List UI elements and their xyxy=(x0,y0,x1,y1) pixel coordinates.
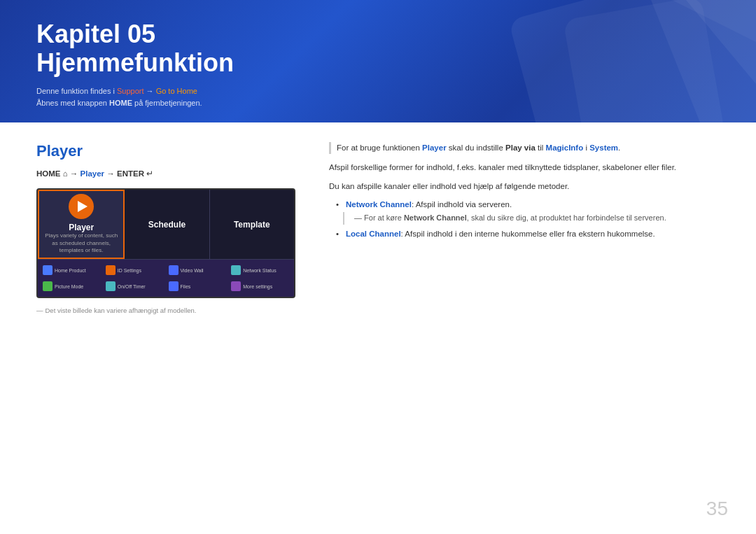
grid-item-network-status: Network Status xyxy=(229,262,291,278)
menu-item-player[interactable]: Player Plays variety of content, such as… xyxy=(38,190,125,259)
svg-marker-2 xyxy=(672,0,756,42)
svg-marker-0 xyxy=(651,0,756,122)
tv-screen-mockup: Player Plays variety of content, such as… xyxy=(36,188,295,298)
header-opens-pre: Åbnes med knappen xyxy=(36,99,109,107)
intro-to: til xyxy=(536,143,546,152)
more-settings-icon xyxy=(231,281,241,291)
intro-pre: For at bruge funktionen xyxy=(337,143,422,152)
intro-player: Player xyxy=(422,143,447,152)
right-column: For at bruge funktionen Player skal du i… xyxy=(315,122,756,534)
grid-label-on-off-timer: On/Off Timer xyxy=(118,284,146,289)
desc-text-1: Afspil forskellige former for indhold, f… xyxy=(329,161,728,174)
grid-item-files: Files xyxy=(167,279,229,294)
content-area: Player HOME ⌂ → Player → ENTER ↵ Player … xyxy=(0,122,756,534)
left-column: Player HOME ⌂ → Player → ENTER ↵ Player … xyxy=(0,122,315,534)
grid-label-more-settings: More settings xyxy=(243,284,272,289)
header-text-block: Kapitel 05 Hjemmefunktion xyxy=(36,20,234,78)
nav-breadcrumb: HOME ⌂ → Player → ENTER ↵ xyxy=(36,169,294,178)
grid-label-files: Files xyxy=(181,284,191,289)
intro-playvia: Play via xyxy=(505,143,536,152)
bullet-local-text: : Afspil indhold i den interne hukommels… xyxy=(401,230,655,238)
tv-bottom-grid: Home Product ID Settings Video Wall Netw… xyxy=(38,260,294,297)
header-home-bold: HOME xyxy=(109,99,132,107)
breadcrumb-arrow1: → xyxy=(70,169,80,178)
bullet-local-channel: Local Channel: Afspil indhold i den inte… xyxy=(336,227,728,240)
bullet-network-label: Network Channel xyxy=(346,200,412,209)
chapter-title: Hjemmefunktion xyxy=(36,48,234,77)
breadcrumb-home: HOME xyxy=(36,169,61,178)
grid-item-home-product: Home Product xyxy=(41,262,103,278)
network-channel-note: ― For at køre Network Channel, skal du s… xyxy=(343,212,728,225)
grid-item-id-settings: ID Settings xyxy=(104,262,166,278)
menu-player-label: Player xyxy=(69,223,94,232)
breadcrumb-arrow2: → xyxy=(106,169,115,178)
svg-marker-1 xyxy=(686,0,756,84)
menu-template-label: Template xyxy=(234,220,270,230)
grid-label-network-status: Network Status xyxy=(243,268,276,273)
play-triangle xyxy=(78,201,88,212)
caption-text-content: Det viste billede kan variere afhængigt … xyxy=(46,307,197,314)
image-caption: ―Det viste billede kan variere afhængigt… xyxy=(36,307,294,314)
header-info-pre: Denne funktion findes i xyxy=(36,87,117,95)
grid-item-on-off-timer: On/Off Timer xyxy=(104,279,166,294)
grid-item-picture-mode: Picture Mode xyxy=(41,279,103,294)
grid-label-video-wall: Video Wall xyxy=(181,268,204,273)
breadcrumb-enter-bold: ENTER xyxy=(117,169,144,178)
breadcrumb-home-icon: ⌂ xyxy=(63,169,68,178)
intro-mid: skal du indstille xyxy=(447,143,505,152)
chapter-number: Kapitel 05 xyxy=(36,20,234,48)
files-icon xyxy=(169,281,178,291)
grid-label-id-settings: ID Settings xyxy=(118,268,141,273)
section-title: Player xyxy=(36,142,294,160)
breadcrumb-player: Player xyxy=(80,169,105,178)
grid-label-picture-mode: Picture Mode xyxy=(55,284,83,289)
bullet-network-channel: Network Channel: Afspil indhold via serv… xyxy=(336,198,728,225)
intro-system: System xyxy=(589,143,618,152)
menu-player-sublabel: Plays variety of content, such as schedu… xyxy=(39,232,123,254)
picture-mode-icon xyxy=(43,281,52,291)
decorative-shapes xyxy=(546,0,756,122)
header-arrow1: → xyxy=(144,87,156,95)
page-number: 35 xyxy=(706,498,728,520)
grid-label-home-product: Home Product xyxy=(55,268,86,273)
intro-i: i xyxy=(583,143,589,152)
video-wall-icon xyxy=(169,265,178,275)
bullet-network-text: : Afspil indhold via serveren. xyxy=(412,200,512,209)
bullet-local-label: Local Channel xyxy=(346,230,401,238)
home-product-icon xyxy=(43,265,52,275)
desc-text-2: Du kan afspille kanaler eller indhold ve… xyxy=(329,180,728,192)
menu-item-template[interactable]: Template xyxy=(210,190,294,259)
grid-item-video-wall: Video Wall xyxy=(167,262,229,278)
header-opens-end: på fjernbetjeningen. xyxy=(132,99,202,107)
menu-item-schedule[interactable]: Schedule xyxy=(125,190,209,259)
intro-end: . xyxy=(618,143,620,152)
header-banner: Kapitel 05 Hjemmefunktion Denne funktion… xyxy=(0,0,756,122)
network-status-icon xyxy=(231,265,241,275)
header-info-line2: Åbnes med knappen HOME på fjernbetjening… xyxy=(36,97,202,109)
breadcrumb-enter-icon: ↵ xyxy=(146,169,153,178)
header-info-line1: Denne funktion findes i Support → Go to … xyxy=(36,85,202,97)
breadcrumb-home-bold: HOME xyxy=(36,169,61,178)
header-info: Denne funktion findes i Support → Go to … xyxy=(36,85,202,108)
intro-note: For at bruge funktionen Player skal du i… xyxy=(329,142,728,154)
grid-item-more-settings: More settings xyxy=(229,279,291,294)
play-icon-circle xyxy=(69,194,94,219)
header-support-link: Support xyxy=(117,87,144,95)
intro-magicinfo: MagicInfo xyxy=(546,143,584,152)
id-settings-icon xyxy=(106,265,115,275)
header-goto-link: Go to Home xyxy=(156,87,197,95)
bullet-list: Network Channel: Afspil indhold via serv… xyxy=(329,198,728,240)
menu-schedule-label: Schedule xyxy=(148,220,186,230)
on-off-timer-icon xyxy=(106,281,115,291)
tv-menu-row: Player Plays variety of content, such as… xyxy=(38,190,294,260)
breadcrumb-enter: ENTER xyxy=(117,169,144,178)
